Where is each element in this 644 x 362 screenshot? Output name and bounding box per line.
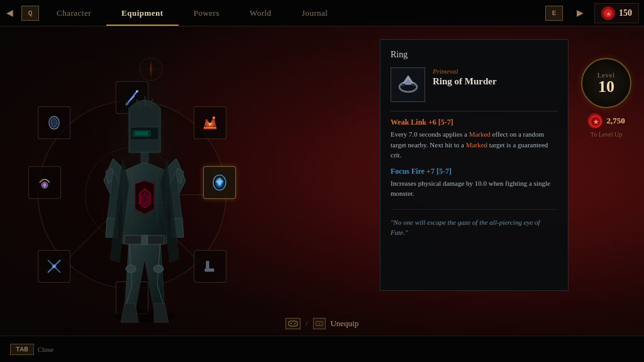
item-divider-1: [391, 111, 558, 111]
affix-1-marked-word: Marked: [469, 130, 491, 138]
character-silhouette: [75, 45, 214, 335]
xp-label: To Level Up: [575, 131, 638, 138]
close-hint: TAB Close: [10, 344, 53, 355]
level-value: 10: [598, 79, 614, 95]
svg-point-16: [52, 264, 56, 268]
nav-right-section: E ▶ ★ 150: [543, 0, 644, 26]
tab-powers[interactable]: Powers: [179, 0, 235, 26]
tab-character[interactable]: Character: [42, 0, 106, 26]
item-name-block: Primeval Ring of Murder: [433, 67, 558, 87]
svg-text:★: ★: [593, 118, 599, 125]
affix-1-name: Weak Link +6 [5-7]: [391, 118, 558, 127]
currency-icon: ★: [601, 6, 615, 20]
nav-right-arrow[interactable]: ▶: [570, 0, 589, 26]
affix-2-desc: Increases physical damage by 10.0 when f…: [391, 178, 558, 199]
item-flavor-text: "No one will escape the gaze of the all-…: [391, 209, 558, 238]
tab-key: TAB: [10, 344, 34, 355]
svg-rect-27: [141, 151, 148, 162]
affix-1: Weak Link +6 [5-7] Every 7.0 seconds app…: [391, 118, 558, 161]
top-navigation: ◀ Q Character Equipment Powers World Jou…: [0, 0, 644, 26]
level-circle: Level 10: [581, 58, 631, 108]
affix-1-desc: Every 7.0 seconds applies a Marked effec…: [391, 129, 558, 161]
tab-world[interactable]: World: [235, 0, 287, 26]
item-name: Ring of Murder: [433, 76, 558, 87]
svg-rect-28: [135, 132, 148, 135]
close-label[interactable]: Close: [38, 346, 53, 353]
svg-rect-26: [142, 235, 148, 244]
affix-1-marked-word-2: Marked: [466, 141, 487, 149]
svg-point-23: [126, 265, 136, 273]
tab-journal[interactable]: Journal: [287, 0, 343, 26]
q-key[interactable]: Q: [21, 6, 39, 21]
xp-badge: ★ 2,750: [575, 113, 638, 128]
nav-left-arrow[interactable]: ◀: [0, 0, 19, 26]
e-key[interactable]: E: [545, 6, 563, 21]
bottom-bar: TAB Close: [0, 336, 644, 362]
affix-2: Focus Fire +7 [5-7] Increases physical d…: [391, 167, 558, 199]
item-header: Primeval Ring of Murder: [391, 67, 558, 102]
tab-equipment[interactable]: Equipment: [106, 0, 179, 26]
currency-amount: 150: [619, 8, 632, 18]
affix-2-name: Focus Fire +7 [5-7]: [391, 167, 558, 176]
svg-point-24: [153, 265, 164, 273]
item-image: [391, 67, 425, 102]
character-area: [0, 26, 302, 362]
main-content: Ring: [0, 26, 644, 362]
item-detail-panel: Ring: [380, 39, 569, 291]
xp-icon: ★: [587, 113, 602, 128]
slot-ring-left[interactable]: [38, 106, 70, 139]
level-panel: Level 10 ★ 2,750 To Level Up: [575, 58, 638, 138]
svg-point-20: [51, 118, 57, 127]
xp-amount: 2,750: [606, 116, 625, 126]
slot-necklace[interactable]: [28, 166, 61, 199]
ring-image-svg: [394, 71, 423, 99]
item-quality: Primeval: [433, 67, 558, 75]
svg-text:★: ★: [606, 11, 611, 17]
item-slot-label: Ring: [391, 50, 558, 60]
currency-display: ★ 150: [594, 3, 639, 23]
nav-tabs: Character Equipment Powers World Journal: [42, 0, 543, 26]
slot-bottomleft[interactable]: [38, 250, 70, 283]
